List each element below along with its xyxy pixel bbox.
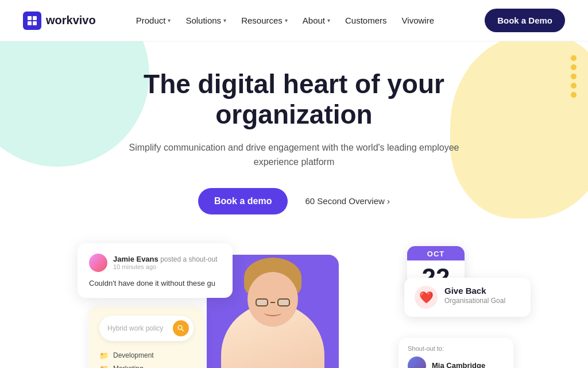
nav-product-label: Product: [136, 16, 166, 25]
nav-resources-label: Resources: [241, 16, 283, 25]
nav-vivowire-label: Vivowire: [402, 16, 434, 25]
goal-card: ❤️ Give Back Organisational Goal: [404, 278, 531, 317]
nav-about-chevron: ▾: [327, 17, 330, 24]
nav-resources[interactable]: Resources ▾: [235, 11, 293, 30]
shoutout-meta: Jamie Evans posted a shout-out 10 minute…: [113, 255, 218, 270]
hero-actions: Book a demo 60 Second Overview ›: [23, 188, 565, 214]
svg-rect-0: [28, 16, 32, 20]
shoutout-card: Jamie Evans posted a shout-out 10 minute…: [78, 243, 233, 298]
shoutout-time: 10 minutes ago: [113, 263, 218, 270]
calendar-month: OCT: [407, 246, 465, 260]
svg-rect-1: [33, 16, 37, 20]
nav-about-label: About: [303, 16, 325, 25]
brand-name: workvivo: [46, 14, 96, 27]
folder-icon: 📁: [99, 365, 109, 368]
shoutout-poster-name: Jamie Evans posted a shout-out: [113, 255, 218, 263]
navbar: workvivo Product ▾ Solutions ▾ Resources…: [0, 0, 588, 41]
shoutout-person-name: Mia Cambridge: [432, 361, 485, 368]
list-item[interactable]: 📁 Development: [99, 349, 194, 362]
nav-customers[interactable]: Customers: [339, 11, 393, 30]
search-input-placeholder: Hybrid work policy: [107, 324, 173, 332]
folder-list: 📁 Development 📁 Marketing 📁 Onboarding 📁…: [99, 349, 194, 368]
logo[interactable]: workvivo: [23, 12, 96, 30]
goal-info: Give Back Organisational Goal: [444, 286, 505, 305]
hero-section: The digital heart of your organization S…: [0, 41, 588, 226]
search-bar[interactable]: Hybrid work policy: [99, 316, 194, 341]
logo-svg: [26, 15, 38, 26]
nav-product[interactable]: Product ▾: [130, 11, 177, 30]
shoutout-text: Couldn't have done it without these gu: [89, 279, 221, 288]
shoutout-to-card: Shout-out to: Mia Cambridge: [399, 338, 513, 368]
logo-icon: [23, 12, 41, 30]
avatar-mia: [408, 356, 426, 368]
nav-customers-label: Customers: [345, 16, 387, 25]
svg-point-4: [178, 325, 182, 329]
list-item[interactable]: 📁 Marketing: [99, 362, 194, 368]
search-button[interactable]: [173, 320, 189, 336]
shoutout-to-person: Mia Cambridge: [408, 356, 504, 368]
svg-rect-3: [33, 21, 37, 25]
nav-vivowire[interactable]: Vivowire: [396, 11, 440, 30]
svg-line-5: [181, 329, 184, 331]
nav-solutions-label: Solutions: [185, 16, 221, 25]
shoutout-to-label: Shout-out to:: [408, 345, 504, 352]
nav-product-chevron: ▾: [168, 17, 171, 24]
nav-solutions[interactable]: Solutions ▾: [180, 11, 232, 30]
book-demo-hero-button[interactable]: Book a demo: [198, 188, 288, 214]
overview-link[interactable]: 60 Second Overview ›: [305, 196, 390, 206]
hero-title: The digital heart of your organization: [87, 69, 501, 130]
hero-subtitle: Simplify communication and drive engagem…: [122, 140, 466, 170]
goal-icon: ❤️: [415, 286, 438, 309]
goal-subtitle: Organisational Goal: [444, 297, 505, 305]
ui-cards-area: Jamie Evans posted a shout-out 10 minute…: [0, 243, 588, 368]
goal-inner: ❤️ Give Back Organisational Goal: [415, 286, 520, 309]
goal-title: Give Back: [444, 286, 505, 296]
nav-resources-chevron: ▾: [285, 17, 288, 24]
nav-about[interactable]: About ▾: [297, 11, 336, 30]
folder-icon: 📁: [99, 351, 109, 360]
book-demo-nav-button[interactable]: Book a Demo: [485, 9, 565, 32]
avatar-jamie: [89, 254, 107, 272]
folder-label: Marketing: [113, 365, 144, 368]
search-folder-card: Hybrid work policy 📁 Development 📁 Marke…: [89, 306, 204, 368]
nav-solutions-chevron: ▾: [223, 17, 226, 24]
svg-rect-2: [28, 21, 32, 25]
shoutout-header: Jamie Evans posted a shout-out 10 minute…: [89, 254, 221, 272]
search-icon: [177, 324, 185, 332]
folder-label: Development: [113, 351, 154, 359]
nav-links: Product ▾ Solutions ▾ Resources ▾ About …: [130, 11, 485, 30]
